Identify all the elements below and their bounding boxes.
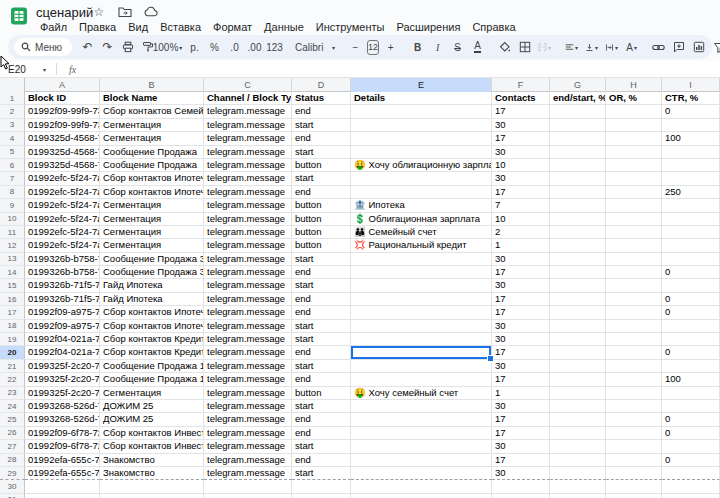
- cell-A30[interactable]: [25, 480, 100, 493]
- row-header-27[interactable]: 27: [0, 440, 25, 453]
- cell-A9[interactable]: 01992efc-5f24-7a0c: [25, 199, 100, 212]
- cell-C11[interactable]: telegram.message: [204, 226, 292, 239]
- cell-H28[interactable]: [606, 454, 662, 467]
- cell-A13[interactable]: 0199326b-b758-7e2: [25, 253, 100, 266]
- cell-D9[interactable]: button: [292, 199, 351, 212]
- cell-G12[interactable]: [550, 239, 606, 252]
- cell-E19[interactable]: [351, 333, 492, 346]
- cell-C30[interactable]: [204, 480, 292, 493]
- cell-I8[interactable]: 250: [662, 186, 720, 199]
- cell-G1[interactable]: end/start, %: [550, 92, 606, 105]
- cell-H7[interactable]: [606, 172, 662, 185]
- cell-H13[interactable]: [606, 253, 662, 266]
- cell-D30[interactable]: [292, 480, 351, 493]
- cell-F24[interactable]: 30: [492, 400, 550, 413]
- cell-F19[interactable]: 30: [492, 333, 550, 346]
- cell-E26[interactable]: [351, 427, 492, 440]
- menu-help[interactable]: Справка: [466, 20, 521, 34]
- row-header-30[interactable]: 30: [0, 480, 25, 493]
- vertical-align-button[interactable]: ▾: [583, 38, 600, 56]
- cell-I4[interactable]: 100: [662, 132, 720, 145]
- menu-insert[interactable]: Вставка: [154, 20, 207, 34]
- cell-F2[interactable]: 17: [492, 105, 550, 118]
- cell-B11[interactable]: Сегментация: [100, 226, 204, 239]
- cell-C19[interactable]: telegram.message: [204, 333, 292, 346]
- cell-H17[interactable]: [606, 306, 662, 319]
- cell-G26[interactable]: [550, 427, 606, 440]
- cell-C1[interactable]: Channel / Block Type: [204, 92, 292, 105]
- cell-G14[interactable]: [550, 266, 606, 279]
- cell-C13[interactable]: telegram.message: [204, 253, 292, 266]
- cell-A29[interactable]: 01992efa-655c-76e: [25, 467, 100, 480]
- cell-G24[interactable]: [550, 400, 606, 413]
- cell-E4[interactable]: [351, 132, 492, 145]
- cell-G15[interactable]: [550, 279, 606, 292]
- cell-F7[interactable]: 30: [492, 172, 550, 185]
- cell-B28[interactable]: Знакомство: [100, 454, 204, 467]
- cell-D13[interactable]: start: [292, 253, 351, 266]
- cell-D23[interactable]: button: [292, 387, 351, 400]
- row-header-18[interactable]: 18: [0, 320, 25, 333]
- cell-I17[interactable]: 0: [662, 306, 720, 319]
- cell-I31[interactable]: [662, 494, 720, 498]
- column-header-G[interactable]: G: [550, 78, 606, 92]
- row-header-21[interactable]: 21: [0, 360, 25, 373]
- row-header-6[interactable]: 6: [0, 159, 25, 172]
- cell-E31[interactable]: [351, 494, 492, 498]
- cell-F26[interactable]: 17: [492, 427, 550, 440]
- cell-D4[interactable]: end: [292, 132, 351, 145]
- cell-C4[interactable]: telegram.message: [204, 132, 292, 145]
- cell-B27[interactable]: Сбор контактов Инвесторы: [100, 440, 204, 453]
- cell-B14[interactable]: Сообщение Продажа 32: [100, 266, 204, 279]
- row-header-23[interactable]: 23: [0, 387, 25, 400]
- cell-G20[interactable]: [550, 346, 606, 359]
- cell-I30[interactable]: [662, 480, 720, 493]
- cell-H14[interactable]: [606, 266, 662, 279]
- cell-H12[interactable]: [606, 239, 662, 252]
- cell-C20[interactable]: telegram.message: [204, 346, 292, 359]
- cell-A11[interactable]: 01992efc-5f24-7a0c: [25, 226, 100, 239]
- cell-F14[interactable]: 17: [492, 266, 550, 279]
- menu-view[interactable]: Вид: [122, 20, 154, 34]
- cell-C9[interactable]: telegram.message: [204, 199, 292, 212]
- cell-E16[interactable]: [351, 293, 492, 306]
- cell-D22[interactable]: end: [292, 373, 351, 386]
- row-header-8[interactable]: 8: [0, 186, 25, 199]
- cell-H23[interactable]: [606, 387, 662, 400]
- row-header-25[interactable]: 25: [0, 413, 25, 426]
- cell-A20[interactable]: 01992f04-021a-7c9: [25, 346, 100, 359]
- cell-A24[interactable]: 01993268-526d-74: [25, 400, 100, 413]
- currency-format-button[interactable]: р.: [186, 38, 203, 56]
- cell-H4[interactable]: [606, 132, 662, 145]
- cell-B6[interactable]: Сообщение Продажа: [100, 159, 204, 172]
- cell-C27[interactable]: telegram.message: [204, 440, 292, 453]
- cell-G7[interactable]: [550, 172, 606, 185]
- row-header-13[interactable]: 13: [0, 253, 25, 266]
- row-header-26[interactable]: 26: [0, 427, 25, 440]
- cell-H6[interactable]: [606, 159, 662, 172]
- menu-edit[interactable]: Правка: [73, 20, 122, 34]
- cell-C24[interactable]: telegram.message: [204, 400, 292, 413]
- move-folder-icon[interactable]: [118, 5, 132, 19]
- menu-file[interactable]: Файл: [34, 20, 73, 34]
- cell-E25[interactable]: [351, 413, 492, 426]
- cell-F27[interactable]: 30: [492, 440, 550, 453]
- cell-E10[interactable]: 💲 Облигационная зарплата: [351, 213, 492, 226]
- cell-B21[interactable]: Сообщение Продажа 19: [100, 360, 204, 373]
- cell-F1[interactable]: Contacts: [492, 92, 550, 105]
- increase-font-size-button[interactable]: +: [382, 38, 399, 56]
- cell-B26[interactable]: Сбор контактов Инвесторы: [100, 427, 204, 440]
- cell-H9[interactable]: [606, 199, 662, 212]
- cell-I28[interactable]: 0: [662, 454, 720, 467]
- cell-B10[interactable]: Сегментация: [100, 213, 204, 226]
- cell-C17[interactable]: telegram.message: [204, 306, 292, 319]
- cell-E1[interactable]: Details: [351, 92, 492, 105]
- cell-A4[interactable]: 0199325d-4568-78: [25, 132, 100, 145]
- cell-A23[interactable]: 0199325f-2c20-7da: [25, 387, 100, 400]
- row-header-12[interactable]: 12: [0, 239, 25, 252]
- cell-C10[interactable]: telegram.message: [204, 213, 292, 226]
- star-icon[interactable]: ☆: [92, 5, 106, 19]
- cell-B24[interactable]: ДОЖИМ 25: [100, 400, 204, 413]
- cell-G30[interactable]: [550, 480, 606, 493]
- cell-F29[interactable]: 30: [492, 467, 550, 480]
